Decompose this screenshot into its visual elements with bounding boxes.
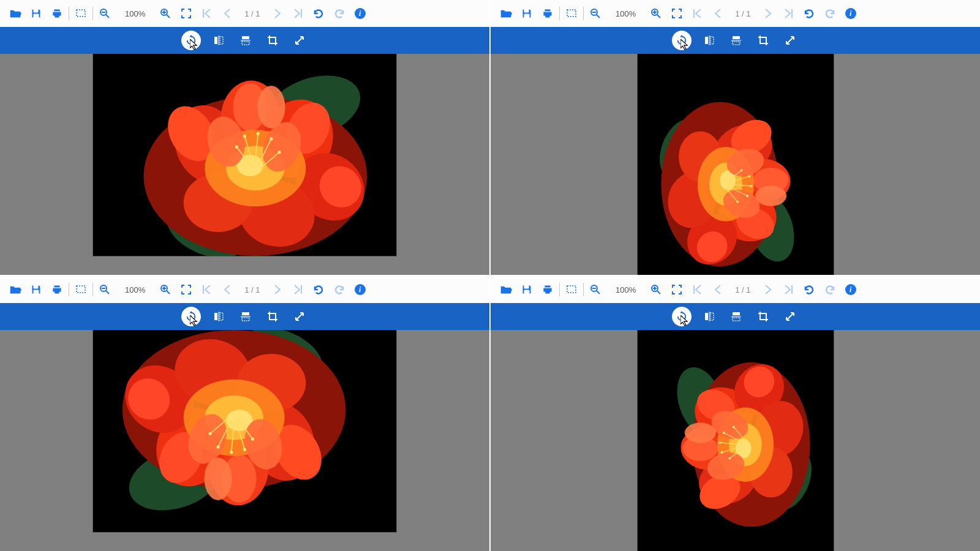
- next-page-button[interactable]: [758, 280, 777, 299]
- open-button[interactable]: [6, 280, 24, 299]
- resize-button[interactable]: [290, 31, 309, 50]
- viewer-pane-1: 100% 1 / 1 i: [491, 0, 980, 275]
- select-region-button[interactable]: [72, 4, 90, 23]
- rotate-button[interactable]: [672, 31, 692, 50]
- zoom-in-button[interactable]: [156, 280, 175, 299]
- last-page-button[interactable]: [288, 4, 307, 23]
- first-page-button[interactable]: [198, 4, 216, 23]
- separator: [92, 7, 93, 20]
- prev-page-button[interactable]: [219, 280, 237, 299]
- prev-page-button[interactable]: [709, 280, 728, 299]
- redo-button[interactable]: [821, 4, 839, 23]
- image-canvas[interactable]: [491, 330, 980, 551]
- info-button[interactable]: i: [842, 4, 860, 23]
- open-button[interactable]: [6, 4, 24, 23]
- flip-horizontal-button[interactable]: [209, 31, 228, 50]
- image-canvas[interactable]: [491, 54, 980, 275]
- redo-button[interactable]: [330, 280, 349, 299]
- fullscreen-button[interactable]: [668, 4, 686, 23]
- select-region-button[interactable]: [72, 280, 90, 299]
- zoom-out-button[interactable]: [586, 4, 605, 23]
- toolbar-edit: [491, 27, 980, 54]
- undo-button[interactable]: [800, 4, 818, 23]
- flip-horizontal-button[interactable]: [700, 307, 718, 326]
- next-page-button[interactable]: [758, 4, 777, 23]
- page-indicator: 1 / 1: [239, 285, 265, 294]
- image-canvas[interactable]: [0, 330, 489, 551]
- undo-button[interactable]: [309, 4, 328, 23]
- separator: [559, 7, 560, 20]
- next-page-button[interactable]: [268, 4, 286, 23]
- zoom-out-button[interactable]: [96, 280, 114, 299]
- info-button[interactable]: i: [351, 280, 369, 299]
- page-indicator: 1 / 1: [730, 285, 755, 294]
- info-button[interactable]: i: [842, 280, 860, 299]
- toolbar-top: 100% 1 / 1 i: [0, 0, 489, 27]
- prev-page-button[interactable]: [219, 4, 237, 23]
- last-page-button[interactable]: [288, 280, 307, 299]
- first-page-button[interactable]: [688, 280, 707, 299]
- image-canvas[interactable]: [0, 54, 489, 275]
- page-indicator: 1 / 1: [239, 9, 265, 18]
- photo: [93, 330, 396, 532]
- print-button[interactable]: [538, 4, 557, 23]
- toolbar-edit: [0, 303, 489, 330]
- save-button[interactable]: [27, 4, 45, 23]
- save-button[interactable]: [518, 4, 536, 23]
- toolbar-top: 100% 1 / 1 i: [491, 276, 980, 303]
- crop-button[interactable]: [754, 31, 772, 50]
- flip-vertical-button[interactable]: [236, 307, 255, 326]
- select-region-button[interactable]: [562, 280, 581, 299]
- first-page-button[interactable]: [198, 280, 216, 299]
- select-region-button[interactable]: [562, 4, 581, 23]
- print-button[interactable]: [48, 4, 66, 23]
- separator: [559, 283, 560, 296]
- open-button[interactable]: [497, 280, 515, 299]
- next-page-button[interactable]: [268, 280, 286, 299]
- viewer-pane-3: 100% 1 / 1 i: [491, 276, 980, 551]
- save-button[interactable]: [518, 280, 536, 299]
- resize-button[interactable]: [290, 307, 309, 326]
- toolbar-top: 100% 1 / 1 i: [491, 0, 980, 27]
- crop-button[interactable]: [263, 307, 282, 326]
- zoom-in-button[interactable]: [647, 280, 665, 299]
- toolbar-edit: [491, 303, 980, 330]
- redo-button[interactable]: [330, 4, 349, 23]
- undo-button[interactable]: [309, 280, 328, 299]
- info-button[interactable]: i: [351, 4, 369, 23]
- flip-vertical-button[interactable]: [727, 307, 745, 326]
- photo: [93, 54, 396, 256]
- print-button[interactable]: [538, 280, 557, 299]
- viewer-pane-2: 100% 1 / 1 i: [0, 276, 489, 551]
- fullscreen-button[interactable]: [177, 4, 195, 23]
- zoom-out-button[interactable]: [96, 4, 114, 23]
- fullscreen-button[interactable]: [177, 280, 195, 299]
- first-page-button[interactable]: [688, 4, 707, 23]
- prev-page-button[interactable]: [709, 4, 728, 23]
- separator: [69, 283, 69, 296]
- resize-button[interactable]: [781, 307, 799, 326]
- flip-vertical-button[interactable]: [727, 31, 745, 50]
- rotate-button[interactable]: [672, 307, 692, 326]
- rotate-button[interactable]: [181, 31, 201, 50]
- last-page-button[interactable]: [779, 280, 797, 299]
- last-page-button[interactable]: [779, 4, 797, 23]
- zoom-out-button[interactable]: [586, 280, 605, 299]
- flip-vertical-button[interactable]: [236, 31, 255, 50]
- fullscreen-button[interactable]: [668, 280, 686, 299]
- open-button[interactable]: [497, 4, 515, 23]
- crop-button[interactable]: [754, 307, 772, 326]
- flip-horizontal-button[interactable]: [700, 31, 718, 50]
- separator: [92, 283, 93, 296]
- rotate-button[interactable]: [181, 307, 201, 326]
- save-button[interactable]: [27, 280, 45, 299]
- zoom-in-button[interactable]: [156, 4, 175, 23]
- resize-button[interactable]: [781, 31, 799, 50]
- flip-horizontal-button[interactable]: [209, 307, 228, 326]
- crop-button[interactable]: [263, 31, 282, 50]
- separator: [69, 7, 69, 20]
- redo-button[interactable]: [821, 280, 839, 299]
- undo-button[interactable]: [800, 280, 818, 299]
- zoom-in-button[interactable]: [647, 4, 665, 23]
- print-button[interactable]: [48, 280, 66, 299]
